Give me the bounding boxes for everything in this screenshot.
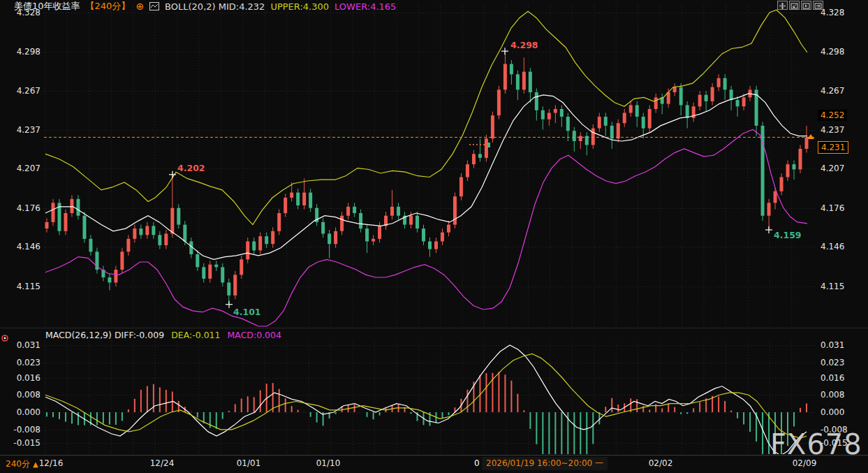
price-tick-label: 0.008 — [4, 389, 41, 400]
price-tick-label: 4.146 — [821, 241, 844, 252]
price-tick-label: 4.207 — [821, 163, 844, 174]
price-tick-label: 4.267 — [4, 85, 41, 96]
candle-style-icon[interactable] — [149, 2, 159, 10]
price-tick-label: 0.031 — [821, 340, 844, 351]
chart-title: 美债10年收益率 — [14, 0, 80, 13]
move-tool-button[interactable] — [777, 1, 788, 10]
price-tick-label: 0.000 — [821, 407, 844, 418]
period-tag: 【240分】 — [86, 0, 131, 13]
price-tick-label: 0.031 — [4, 340, 41, 351]
time-tick-label: 01/10 — [316, 458, 341, 468]
candlestick-chart-canvas[interactable]: 4.2984.2024.1014.159 — [0, 0, 868, 473]
macd-header: MACD(26,12,9) DIFF:-0.009 DEA:-0.011 MAC… — [45, 330, 281, 340]
price-tick-label: 4.146 — [4, 241, 41, 252]
period-selector-label: 240分 — [6, 459, 30, 469]
time-tick-label: 02/02 — [649, 458, 673, 468]
chart-toolbar — [777, 1, 823, 10]
price-tick-label: 0.023 — [821, 357, 844, 368]
price-tick-label: 4.328 — [821, 7, 844, 18]
arrow-right-icon — [814, 0, 822, 12]
svg-text:4.101: 4.101 — [233, 307, 261, 317]
price-tick-label: 4.267 — [821, 85, 844, 96]
svg-text:4.202: 4.202 — [177, 163, 205, 173]
gridlines — [43, 4, 816, 454]
price-tick-label: -0.008 — [4, 424, 41, 435]
macd-value-label: MACD:0.004 — [228, 330, 281, 340]
price-tick-label: 0.000 — [4, 407, 41, 418]
boll-label: BOLL(20,2) MID:4.232 — [165, 1, 265, 12]
current-price-tag: 4.231 — [818, 141, 848, 154]
price-tick-label: 0.023 — [4, 357, 41, 368]
period-selector[interactable]: 240分▲ — [6, 458, 38, 470]
price-tick-label: -0.015 — [4, 437, 41, 449]
boll-lower-label: LOWER:4.165 — [334, 1, 396, 12]
indicator-marker-icon[interactable] — [1, 332, 9, 340]
price-tick-label: 0.016 — [821, 372, 844, 384]
price-tick-label: 4.237 — [4, 124, 41, 136]
price-tick-label: 4.237 — [821, 124, 844, 136]
time-tick-label: 02/09 — [793, 458, 817, 468]
chart-window: 4.2984.2024.1014.159 美债10年收益率 【240分】 ⊕ B… — [0, 0, 868, 473]
pane-restore-button[interactable] — [789, 1, 800, 10]
price-tick-label: 4.176 — [4, 203, 41, 214]
corner-arrow-icon — [790, 0, 798, 12]
triangle-up-icon: ▲ — [33, 460, 38, 468]
play-icon — [802, 0, 810, 12]
move-icon — [779, 0, 786, 12]
hidden-date-fragment: 0 — [474, 458, 480, 468]
price-tick-label: 4.115 — [821, 281, 844, 292]
time-tick-label: 12/16 — [39, 458, 64, 468]
candlestick-series — [45, 51, 809, 304]
pane-play-button[interactable] — [801, 1, 811, 10]
boll-upper-label: UPPER:4.300 — [270, 1, 329, 12]
macd-dea-label: DEA:-0.011 — [171, 330, 220, 340]
svg-text:4.298: 4.298 — [510, 40, 538, 50]
macd-series — [45, 345, 807, 473]
chart-header: 美债10年收益率 【240分】 ⊕ BOLL(20,2) MID:4.232 U… — [14, 1, 396, 12]
time-tick-label: 12/24 — [150, 458, 175, 468]
price-arrow-icon — [807, 134, 814, 139]
price-tick-label: 4.298 — [821, 46, 844, 57]
price-annotations: 4.2984.2024.1014.159 — [169, 40, 802, 316]
price-tick-label: 0.008 — [821, 389, 844, 400]
bollinger-bands — [45, 10, 807, 326]
price-tick-label: 4.176 — [821, 203, 844, 214]
svg-text:4.159: 4.159 — [774, 230, 802, 240]
add-indicator-icon[interactable]: ⊕ — [135, 2, 144, 11]
hover-time-tooltip: 2026/01/19 16:00~20:00 一 — [482, 457, 608, 470]
price-tick-label: -0.015 — [821, 437, 848, 449]
price-tick-label: 0.016 — [4, 372, 41, 384]
price-tick-label: 4.298 — [4, 46, 41, 57]
macd-diff-label: MACD(26,12,9) DIFF:-0.009 — [45, 330, 164, 340]
time-axis: 240分▲ 12/1612/2401/0101/1002/0202/09 0 2… — [0, 456, 868, 473]
prev-close-tag: 4.252 — [818, 110, 847, 121]
price-tick-label: 4.207 — [4, 163, 41, 174]
price-tick-label: 4.115 — [4, 281, 41, 292]
time-tick-label: 01/01 — [237, 458, 261, 468]
price-tick-label: -0.008 — [821, 424, 848, 435]
pane-forward-button[interactable] — [813, 1, 823, 10]
